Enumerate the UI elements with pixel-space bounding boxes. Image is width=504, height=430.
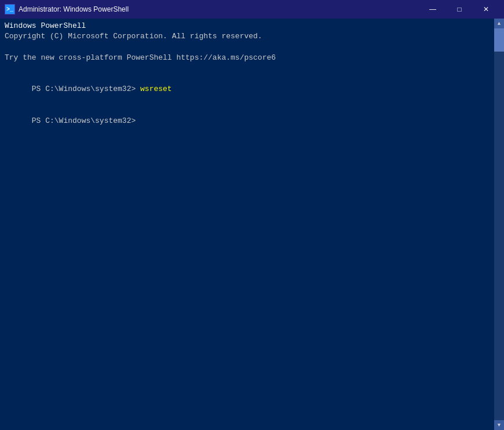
terminal-content[interactable]: Windows PowerShell Copyright (C) Microso… — [0, 19, 494, 430]
terminal-line-4: Try the new cross-platform PowerShell ht… — [5, 53, 490, 63]
terminal-prompt-1: PS C:\Windows\system32> wsreset — [5, 74, 490, 105]
close-button[interactable]: ✕ — [473, 0, 499, 19]
terminal-line-5 — [5, 63, 490, 74]
scroll-thumb[interactable] — [494, 28, 504, 52]
window-title: Administrator: Windows PowerShell — [19, 5, 129, 13]
scrollbar[interactable]: ▲ ▼ — [494, 19, 504, 430]
powershell-icon: >_ — [5, 4, 15, 14]
terminal-line-2: Copyright (C) Microsoft Corporation. All… — [5, 31, 490, 42]
title-bar-left: >_ Administrator: Windows PowerShell — [5, 4, 129, 14]
maximize-button[interactable]: □ — [446, 0, 473, 19]
command-1: wsreset — [140, 85, 172, 93]
scroll-up-button[interactable]: ▲ — [494, 19, 504, 28]
prompt-prefix-1: PS C:\Windows\system32> — [32, 85, 140, 93]
scroll-down-button[interactable]: ▼ — [494, 420, 504, 430]
window-controls: — □ ✕ — [419, 0, 499, 19]
title-bar: >_ Administrator: Windows PowerShell — □… — [0, 0, 504, 19]
terminal-wrapper: Windows PowerShell Copyright (C) Microso… — [0, 19, 504, 430]
prompt-prefix-2: PS C:\Windows\system32> — [32, 116, 140, 125]
terminal-line-1: Windows PowerShell — [5, 21, 490, 31]
terminal-prompt-2: PS C:\Windows\system32> — [5, 105, 490, 137]
terminal-line-3 — [5, 42, 490, 52]
minimize-button[interactable]: — — [419, 0, 446, 19]
scroll-track[interactable] — [494, 28, 504, 420]
